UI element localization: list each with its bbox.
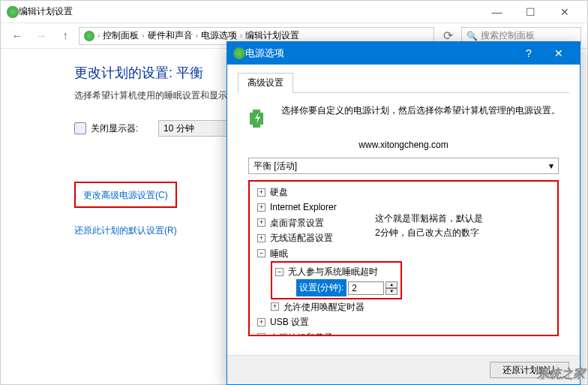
window-controls: — ☐ ✕ [480, 1, 581, 23]
info-text: 选择你要自定义的电源计划，然后选择你希望计算机管理的电源设置。 [281, 104, 563, 134]
breadcrumb-sep: › [98, 32, 100, 40]
collapse-icon[interactable]: − [257, 249, 266, 257]
dialog-title: 电源选项 [245, 47, 514, 60]
settings-tree[interactable]: +硬盘 +Internet Explorer +桌面背景设置 +无线适配器设置 … [250, 185, 557, 336]
info-row: 选择你要自定义的电源计划，然后选择你希望计算机管理的电源设置。 [244, 104, 563, 134]
annotation-text: 这个就是罪魁祸首，默认是 2分钟，自己改大点的数字 [375, 212, 525, 240]
unattended-setting-row: 设置(分钟): ▲ ▼ [275, 279, 398, 296]
search-icon: 🔍 [466, 31, 478, 41]
settings-tree-highlight: +硬盘 +Internet Explorer +桌面背景设置 +无线适配器设置 … [248, 180, 559, 336]
plan-value: 平衡 [活动] [254, 160, 297, 173]
expand-icon[interactable]: + [257, 234, 266, 242]
tab-strip: 高级设置 [238, 72, 569, 93]
breadcrumb-sep: › [196, 32, 198, 40]
dialog-titlebar: 电源选项 ? ✕ [227, 42, 580, 65]
tree-wake-timer[interactable]: +允许使用唤醒定时器 [253, 299, 557, 314]
dialog-footer: 还原计划默认 [227, 355, 580, 384]
expand-icon[interactable]: + [257, 333, 266, 336]
dialog-icon [233, 47, 245, 59]
unattended-highlight: −无人参与系统睡眠超时 设置(分钟): ▲ ▼ [271, 261, 402, 299]
tree-usb[interactable]: +USB 设置 [253, 314, 557, 329]
crumb-3[interactable]: 编辑计划设置 [245, 29, 299, 42]
power-plan-select[interactable]: 平衡 [活动] ▾ [248, 158, 559, 174]
expand-icon[interactable]: + [257, 218, 266, 227]
watermark: 系统之家 [537, 366, 585, 382]
advanced-link-highlight: 更改高级电源设置(C) [74, 182, 177, 208]
breadcrumb-icon [84, 31, 94, 41]
minimize-button[interactable]: — [480, 1, 514, 23]
app-icon [7, 6, 19, 18]
breadcrumb-sep: › [142, 32, 144, 40]
breadcrumb-sep: › [240, 32, 242, 40]
crumb-2[interactable]: 电源选项 [201, 29, 237, 42]
spin-up-button[interactable]: ▲ [386, 281, 398, 288]
expand-icon[interactable]: + [257, 203, 266, 212]
crumb-1[interactable]: 硬件和声音 [148, 29, 193, 42]
titlebar: 编辑计划设置 — ☐ ✕ [1, 1, 587, 23]
collapse-icon[interactable]: − [275, 268, 284, 276]
window-title: 编辑计划设置 [19, 5, 480, 18]
tree-sleep[interactable]: −睡眠 [253, 246, 557, 261]
chevron-down-icon: ▾ [549, 161, 554, 171]
spin-down-button[interactable]: ▼ [386, 288, 398, 295]
tab-advanced[interactable]: 高级设置 [238, 73, 293, 93]
setting-label: 设置(分钟): [296, 279, 346, 296]
nav-up-button[interactable]: ↑ [55, 26, 76, 47]
expand-icon[interactable]: + [257, 188, 266, 197]
dialog-body: 高级设置 选择你要自定义的电源计划，然后选择你希望计算机管理的电源设置。 www… [227, 65, 580, 344]
setting-minutes-input[interactable] [348, 281, 384, 295]
dialog-close-button[interactable]: ✕ [544, 43, 574, 65]
tree-hdd[interactable]: +硬盘 [253, 185, 557, 200]
nav-back-button[interactable]: ← [7, 26, 28, 47]
tree-unattended-wrap: −无人参与系统睡眠超时 设置(分钟): ▲ ▼ [253, 261, 557, 299]
info-url: www.xitongcheng.com [238, 140, 569, 150]
display-timeout-label: 关闭显示器: [91, 122, 158, 135]
dialog-help-button[interactable]: ? [514, 43, 544, 65]
expand-icon[interactable]: + [257, 318, 266, 326]
spinner: ▲ ▼ [386, 281, 398, 295]
crumb-0[interactable]: 控制面板 [103, 29, 139, 42]
battery-icon [244, 104, 274, 134]
close-button[interactable]: ✕ [548, 1, 581, 23]
monitor-icon [74, 122, 86, 134]
annotation-line-2: 2分钟，自己改大点的数字 [375, 226, 525, 240]
expand-icon[interactable]: + [271, 302, 279, 311]
search-placeholder: 搜索控制面板 [481, 29, 535, 42]
annotation-line-1: 这个就是罪魁祸首，默认是 [375, 212, 525, 226]
change-advanced-link[interactable]: 更改高级电源设置(C) [83, 190, 168, 200]
maximize-button[interactable]: ☐ [514, 1, 548, 23]
nav-forward-button[interactable]: → [31, 26, 52, 47]
tree-power-btn[interactable]: +电源按钮和盖子 [253, 330, 557, 336]
tree-unattended[interactable]: −无人参与系统睡眠超时 [275, 264, 398, 279]
